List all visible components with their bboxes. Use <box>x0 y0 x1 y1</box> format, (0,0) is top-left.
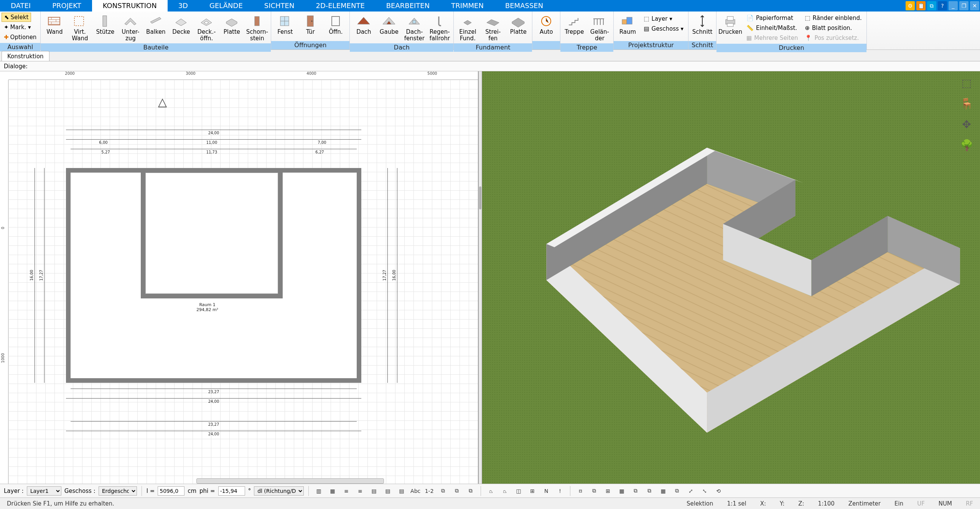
prop-icon[interactable]: ▦ <box>658 486 669 496</box>
prop-icon[interactable]: ▤ <box>369 486 379 496</box>
prop-icon[interactable]: ◫ <box>513 486 524 496</box>
navigate-icon[interactable]: ✥ <box>959 117 974 132</box>
mode-select[interactable]: dl (Richtung/Di <box>254 486 304 496</box>
optionen-button[interactable]: ✚ Optionen <box>2 33 39 42</box>
layer-dropdown[interactable]: ⬚ Layer ▾ <box>641 14 687 23</box>
prop-icon[interactable]: ▥ <box>313 486 324 496</box>
plan-scrollbar-h[interactable] <box>196 478 384 484</box>
prop-icon[interactable]: ⧉ <box>630 486 641 496</box>
menu-3d[interactable]: 3D <box>168 0 199 12</box>
stuetze-button[interactable]: Stütze <box>93 13 117 35</box>
menu-sichten[interactable]: SICHTEN <box>254 0 305 12</box>
menu-konstruktion[interactable]: KONSTRUKTION <box>92 0 168 12</box>
svg-rect-10 <box>622 20 627 24</box>
prop-icon[interactable]: ▦ <box>327 486 338 496</box>
deckoeffn-button[interactable]: Deck.- öffn. <box>194 13 219 42</box>
schnitt-button[interactable]: Schnitt <box>690 13 715 35</box>
blatt-pos-button[interactable]: ⊕ Blatt position. <box>802 23 865 33</box>
menu-trimmen[interactable]: TRIMMEN <box>440 0 494 12</box>
layers-icon[interactable]: ⬚ <box>959 75 974 91</box>
geschoss-select[interactable]: Erdgeschos <box>99 486 137 496</box>
streifen-button[interactable]: Strei- fen <box>481 13 505 42</box>
platte2-button[interactable]: Platte <box>506 13 530 35</box>
oeffn-button[interactable]: Öffn. <box>323 13 348 35</box>
prop-icon[interactable]: ⧉ <box>438 486 448 496</box>
view-3d[interactable]: ⬚ 🪑 ✥ 🌳 <box>482 71 980 484</box>
menu-projekt[interactable]: PROJEKT <box>41 0 92 12</box>
raum-button[interactable]: Raum <box>615 13 640 35</box>
virt-wand-button[interactable]: Virt. Wand <box>68 13 92 42</box>
wand-button[interactable]: Wand <box>42 13 67 35</box>
decke-button[interactable]: Decke <box>169 13 193 35</box>
close-button[interactable]: ✕ <box>970 1 979 10</box>
raender-button[interactable]: ⬚ Ränder einblend. <box>802 13 865 23</box>
splitter[interactable] <box>478 71 482 484</box>
menu-bearbeiten[interactable]: BEARBEITEN <box>376 0 440 12</box>
einzelfund-button[interactable]: Einzel Fund. <box>455 13 480 42</box>
prop-icon[interactable]: ⧉ <box>589 486 600 496</box>
prop-icon[interactable]: ! <box>555 486 565 496</box>
prop-icon[interactable]: ⊞ <box>527 486 538 496</box>
maximize-button[interactable]: ❐ <box>959 1 968 10</box>
cascade-icon[interactable]: ⧉ <box>927 1 936 10</box>
menu-gelaende[interactable]: GELÄNDE <box>199 0 254 12</box>
tree-icon[interactable]: 🌳 <box>959 137 974 153</box>
furniture-icon[interactable]: 🪑 <box>959 96 974 111</box>
prop-icon[interactable]: ⊞ <box>603 486 613 496</box>
regenfallrohr-button[interactable]: Regen- fallrohr <box>427 13 452 42</box>
prop-icon[interactable]: ⏢ <box>499 486 510 496</box>
menu-2d-elemente[interactable]: 2D-ELEMENTE <box>305 0 375 12</box>
mark-button[interactable]: ✦ Mark. ▾ <box>2 23 33 32</box>
einheit-button[interactable]: 📏 Einheit/Maßst. <box>743 23 801 33</box>
tab-konstruktion[interactable]: Konstruktion <box>2 51 49 61</box>
geschoss-dropdown[interactable]: ▤ Geschoss ▾ <box>641 24 687 33</box>
menu-datei[interactable]: DATEI <box>0 0 41 12</box>
tool-icon[interactable]: ⚙ <box>906 1 915 10</box>
platte-button[interactable]: Platte <box>219 13 244 35</box>
unterzug-button[interactable]: Unter- zug <box>118 13 143 42</box>
gaube-button[interactable]: Gaube <box>377 13 401 35</box>
prop-icon[interactable]: ≡ <box>355 486 366 496</box>
minimize-button[interactable]: _ <box>949 1 958 10</box>
group-label: Schnitt <box>688 41 716 49</box>
schornstein-button[interactable]: Schorn- stein <box>245 13 269 42</box>
prop-icon[interactable]: ⧉ <box>644 486 655 496</box>
phi-input[interactable] <box>218 486 245 496</box>
prop-icon[interactable]: ▤ <box>396 486 407 496</box>
prop-icon[interactable]: Abc <box>410 486 421 496</box>
mehrere-seiten-button[interactable]: ▦ Mehrere Seiten <box>743 33 801 43</box>
dachfenster-button[interactable]: Dach- fenster <box>402 13 427 42</box>
prop-icon[interactable]: ▦ <box>616 486 627 496</box>
menu-bemassen[interactable]: BEMASSEN <box>494 0 554 12</box>
drucken-button[interactable]: Drucken <box>718 13 743 35</box>
prop-icon[interactable]: ⧉ <box>465 486 476 496</box>
clipboard-icon[interactable]: 📋 <box>916 1 926 10</box>
tuer-button[interactable]: Tür <box>298 13 323 35</box>
prop-icon[interactable]: ▤ <box>382 486 393 496</box>
prop-icon[interactable]: ⏢ <box>486 486 496 496</box>
prop-icon[interactable]: ≡ <box>341 486 352 496</box>
dimension: 24,00 <box>66 431 361 436</box>
gelaender-button[interactable]: Gelän- der <box>587 13 612 42</box>
treppe-button[interactable]: Treppe <box>562 13 586 35</box>
prop-icon[interactable]: N <box>541 486 552 496</box>
prop-icon[interactable]: ⧉ <box>451 486 462 496</box>
plan-canvas[interactable]: △ Raum 1 294,82 m² 24,00 6,00 11,00 7,0 <box>8 80 478 484</box>
layer-select[interactable]: Layer1 <box>27 486 61 496</box>
help-icon[interactable]: ? <box>938 1 947 10</box>
prop-icon[interactable]: ⧉ <box>672 486 682 496</box>
l-input[interactable] <box>158 486 184 496</box>
prop-icon[interactable]: ⟲ <box>713 486 724 496</box>
balken-button[interactable]: Balken <box>143 13 168 35</box>
pos-zuruck-button[interactable]: 📍 Pos zurücksetz. <box>802 33 865 43</box>
prop-icon[interactable]: ⤢ <box>685 486 696 496</box>
auto-button[interactable]: Auto <box>534 13 558 35</box>
prop-icon[interactable]: 1-2 <box>424 486 435 496</box>
papierformat-button[interactable]: 📄 Papierformat <box>743 13 801 23</box>
prop-icon[interactable]: ⧈ <box>575 486 586 496</box>
select-button[interactable]: ⬉ Selekt <box>2 13 31 22</box>
prop-icon[interactable]: ⤡ <box>699 486 710 496</box>
plan-2d-view[interactable]: 2000 3000 4000 5000 0 1000 △ R <box>0 71 478 484</box>
fenst-button[interactable]: Fenst <box>273 13 297 35</box>
dach-button[interactable]: Dach <box>351 13 376 35</box>
